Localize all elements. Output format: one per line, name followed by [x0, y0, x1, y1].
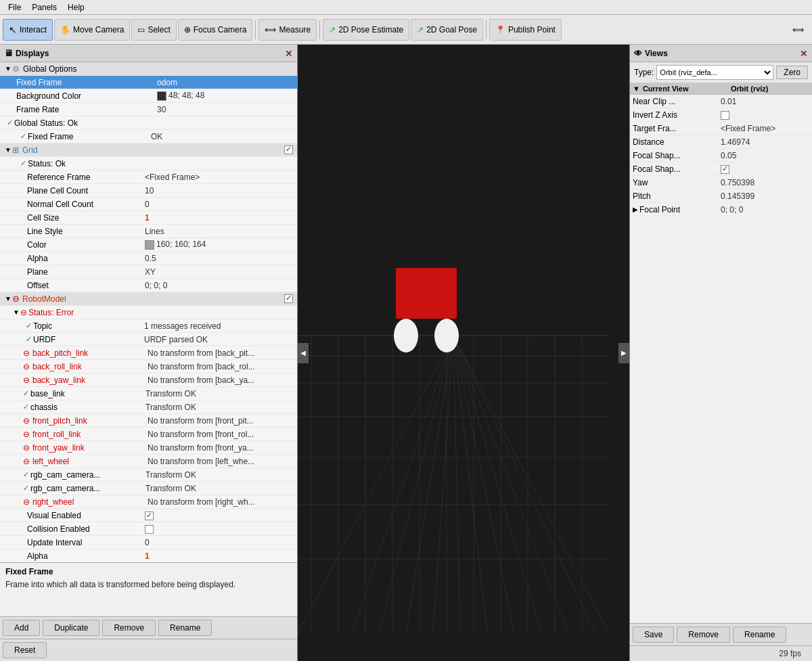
views-properties: Near Clip ... 0.01 Invert Z Axis Target …	[630, 95, 812, 216]
offset-row[interactable]: Offset 0; 0; 0	[0, 279, 297, 292]
pitch-row[interactable]: Pitch 0.145399	[630, 189, 812, 203]
reference-frame-row[interactable]: Reference Frame <Fixed Frame>	[0, 170, 297, 184]
reset-button[interactable]: Reset	[3, 642, 47, 658]
collision-enabled-row[interactable]: Collision Enabled	[0, 522, 297, 536]
remove-view-button[interactable]: Remove	[677, 626, 730, 643]
grid-status-row[interactable]: ✓ Status: Ok	[0, 157, 297, 170]
base-link-check: ✓	[23, 389, 29, 398]
global-status-row[interactable]: ✓ Global Status: Ok	[0, 116, 297, 130]
yaw-row[interactable]: Yaw 0.750398	[630, 176, 812, 189]
add-button[interactable]: Add	[3, 620, 40, 636]
reference-frame-value: <Fixed Frame>	[145, 173, 296, 182]
svg-line-29	[453, 336, 595, 633]
near-clip-row[interactable]: Near Clip ... 0.01	[630, 95, 812, 108]
views-panel-close[interactable]: ✕	[800, 48, 808, 59]
base-link-row[interactable]: ✓ base_link Transform OK	[0, 387, 297, 401]
views-zero-button[interactable]: Zero	[776, 66, 808, 79]
right-wheel-row[interactable]: ⊖ right_wheel No transform from [right_w…	[0, 495, 297, 509]
measure-button[interactable]: ⟺ Measure	[258, 19, 317, 41]
robot-model-checkbox[interactable]	[284, 294, 293, 303]
invert-z-checkbox[interactable]	[721, 111, 729, 120]
pitch-label: Pitch	[633, 191, 721, 201]
visual-enabled-row[interactable]: Visual Enabled	[0, 509, 297, 522]
displays-panel-close[interactable]: ✕	[285, 48, 293, 59]
topic-row[interactable]: ✓ Topic 1 messages received	[0, 319, 297, 333]
move-camera-button[interactable]: ✋ Move Camera	[54, 19, 130, 41]
reference-frame-label: Reference Frame	[26, 173, 145, 182]
focus-icon: ⊕	[184, 25, 191, 35]
menu-file[interactable]: File	[3, 1, 26, 14]
menu-help[interactable]: Help	[62, 1, 90, 14]
update-interval-row[interactable]: Update Interval 0	[0, 536, 297, 549]
views-type-select[interactable]: Orbit (rviz_defa...	[656, 65, 773, 80]
rename-view-button[interactable]: Rename	[733, 626, 786, 643]
grid-color-row[interactable]: Color 160; 160; 164	[0, 238, 297, 252]
rgb-cam1-check: ✓	[23, 470, 29, 479]
robot-alpha-row[interactable]: Alpha 1	[0, 549, 297, 562]
front-pitch-link-row[interactable]: ⊖ front_pitch_link No transform from [fr…	[0, 414, 297, 428]
publish-point-button[interactable]: 📍 Publish Point	[489, 19, 562, 41]
focus-camera-button[interactable]: ⊕ Focus Camera	[178, 19, 253, 41]
line-style-row[interactable]: Line Style Lines	[0, 225, 297, 238]
select-icon: ▭	[137, 25, 145, 35]
rename-button[interactable]: Rename	[158, 620, 212, 636]
background-color-row[interactable]: Background Color 48; 48; 48	[0, 89, 297, 103]
plane-row[interactable]: Plane XY	[0, 265, 297, 279]
views-icon: 👁	[634, 49, 642, 58]
global-options-header[interactable]: ▼ ⚙ Global Options	[0, 62, 297, 76]
back-yaw-link-row[interactable]: ⊖ back_yaw_link No transform from [back_…	[0, 373, 297, 387]
goal-pose-button[interactable]: ↗ 2D Goal Pose	[411, 19, 483, 41]
collapse-right-arrow[interactable]: ▶	[618, 343, 629, 363]
front-pitch-link-value: No transform from [front_pit...	[148, 416, 296, 426]
collision-enabled-checkbox[interactable]	[145, 525, 154, 534]
front-yaw-link-row[interactable]: ⊖ front_yaw_link No transform from [fron…	[0, 441, 297, 455]
remove-button[interactable]: Remove	[102, 620, 156, 636]
svg-line-23	[433, 336, 453, 633]
distance-row[interactable]: Distance 1.46974	[630, 135, 812, 149]
left-wheel-row[interactable]: ⊖ left_wheel No transform from [left_whe…	[0, 455, 297, 468]
interact-button[interactable]: ↖ Interact	[3, 19, 53, 41]
front-roll-link-row[interactable]: ⊖ front_roll_link No transform from [fro…	[0, 428, 297, 441]
grid-header[interactable]: ▼ ⊞ Grid	[0, 143, 297, 157]
select-button[interactable]: ▭ Select	[131, 19, 176, 41]
rgb-cam2-row[interactable]: ✓ rgb_cam_camera... Transform OK	[0, 482, 297, 495]
normal-cell-count-row[interactable]: Normal Cell Count 0	[0, 198, 297, 211]
toolbar-extra-button[interactable]: ⟺	[787, 19, 809, 41]
collapse-left-arrow[interactable]: ◀	[298, 343, 309, 363]
grid-checkbox[interactable]	[284, 145, 293, 154]
visual-enabled-checkbox[interactable]	[145, 511, 154, 520]
topic-label: Topic	[32, 321, 144, 331]
status-title: Fixed Frame	[5, 567, 292, 576]
back-roll-link-row[interactable]: ⊖ back_roll_link No transform from [back…	[0, 360, 297, 373]
menu-panels[interactable]: Panels	[26, 1, 62, 14]
fixed-frame-row[interactable]: Fixed Frame odom	[0, 76, 297, 89]
grid-label: Grid	[21, 145, 284, 155]
rgb-cam1-row[interactable]: ✓ rgb_cam_camera... Transform OK	[0, 468, 297, 482]
invert-z-row[interactable]: Invert Z Axis	[630, 108, 812, 122]
grid-alpha-row[interactable]: Alpha 0.5	[0, 252, 297, 265]
chassis-row[interactable]: ✓ chassis Transform OK	[0, 401, 297, 414]
pose-estimate-button[interactable]: ↗ 2D Pose Estimate	[323, 19, 409, 41]
focal-shape1-row[interactable]: Focal Shap... 0.05	[630, 149, 812, 162]
focal-shape2-row[interactable]: Focal Shap...	[630, 162, 812, 176]
3d-viewport[interactable]: ◀ ▶	[298, 45, 629, 661]
plane-cell-count-row[interactable]: Plane Cell Count 10	[0, 184, 297, 198]
frame-rate-row[interactable]: Frame Rate 30	[0, 103, 297, 116]
target-frame-row[interactable]: Target Fra... <Fixed Frame>	[630, 122, 812, 135]
back-roll-link-label: back_roll_link	[31, 362, 148, 371]
target-frame-value: <Fixed Frame>	[721, 124, 809, 133]
back-pitch-link-row[interactable]: ⊖ back_pitch_link No transform from [bac…	[0, 346, 297, 360]
fixed-frame-ok-row[interactable]: ✓ Fixed Frame OK	[0, 130, 297, 143]
fixed-frame-label: Fixed Frame	[15, 78, 157, 87]
robot-model-header[interactable]: ▼ ⊖ RobotModel	[0, 292, 297, 306]
focal-point-row[interactable]: ▶ Focal Point 0; 0; 0	[630, 203, 812, 216]
cell-size-row[interactable]: Cell Size 1	[0, 211, 297, 225]
urdf-row[interactable]: ✓ URDF URDF parsed OK	[0, 333, 297, 346]
viewport-svg	[298, 45, 629, 661]
duplicate-button[interactable]: Duplicate	[43, 620, 99, 636]
save-view-button[interactable]: Save	[633, 626, 674, 643]
plane-cell-count-label: Plane Cell Count	[26, 186, 145, 196]
focal-shape2-checkbox[interactable]	[721, 165, 729, 174]
global-status-label: Global Status: Ok	[13, 118, 143, 128]
robot-status-row[interactable]: ▼ ⊖ Status: Error	[0, 306, 297, 319]
